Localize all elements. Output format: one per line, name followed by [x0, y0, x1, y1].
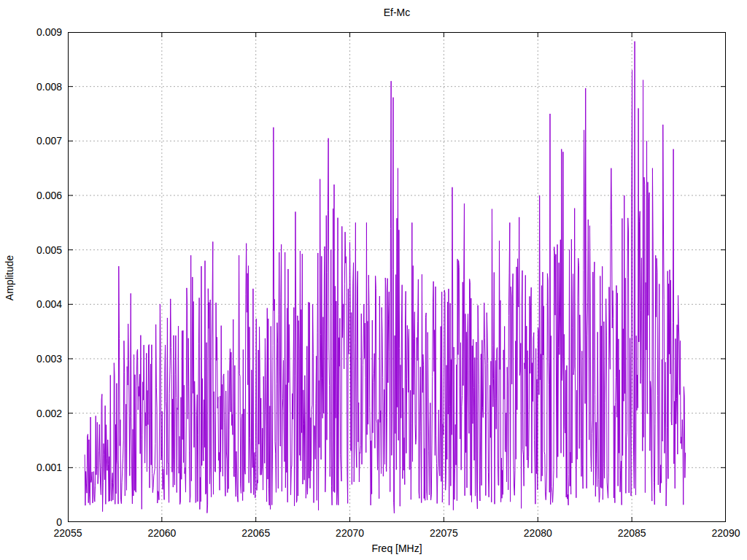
x-tick-label: 22065	[223, 527, 289, 539]
chart-page: Ef-Mc Amplitude 00.0010.0020.0030.0040.0…	[0, 0, 747, 560]
y-tick-label: 0.008	[0, 81, 62, 93]
x-tick-label: 22060	[129, 527, 195, 539]
y-tick-label: 0.006	[0, 190, 62, 201]
y-tick-label: 0.003	[0, 353, 62, 365]
plot-area	[68, 32, 726, 522]
x-axis-label: Freq [MHz]	[68, 542, 726, 554]
y-tick-label: 0.004	[0, 298, 62, 310]
x-tick-label: 22090	[693, 527, 747, 539]
y-tick-label: 0.005	[0, 244, 62, 256]
plot-canvas	[68, 32, 726, 522]
y-tick-label: 0.007	[0, 135, 62, 147]
y-tick-label: 0.002	[0, 408, 62, 419]
x-tick-label: 22075	[411, 527, 476, 539]
x-tick-label: 22070	[317, 527, 383, 539]
chart-title: Ef-Mc	[68, 7, 726, 18]
y-tick-label: 0	[0, 516, 62, 528]
x-tick-label: 22055	[35, 527, 101, 539]
y-tick-label: 0.001	[0, 462, 62, 473]
x-tick-label: 22085	[599, 527, 665, 539]
data-series-line	[85, 42, 685, 513]
x-tick-label: 22080	[505, 527, 570, 539]
y-tick-label: 0.009	[0, 26, 62, 38]
